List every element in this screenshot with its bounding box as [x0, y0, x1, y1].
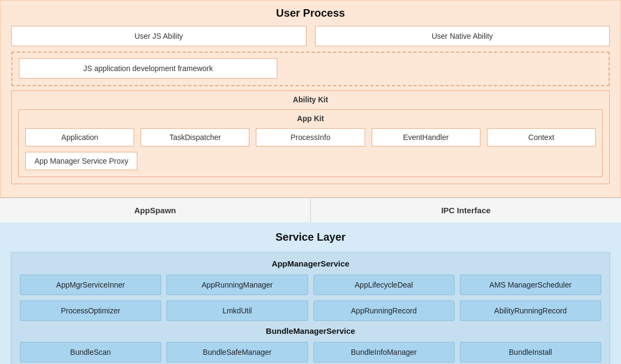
- service-layer-title: Service Layer: [11, 231, 610, 243]
- app-kit-taskdispatcher: TaskDispatcher: [141, 128, 249, 146]
- service-bundleSafeManager: BundleSafeManager: [166, 342, 308, 362]
- bundle-manager-row: BundleScan BundleSafeManager BundleInfoM…: [20, 342, 601, 362]
- service-bundleScan: BundleScan: [20, 342, 161, 362]
- service-appRunningRecord: AppRunningRecord: [313, 300, 455, 321]
- service-appLifecycleDeal: AppLifecycleDeal: [313, 275, 455, 295]
- js-framework-box: JS application development framework: [19, 58, 277, 79]
- user-js-ability: User JS Ability: [11, 26, 306, 46]
- appspawn-label: AppSpawn: [0, 198, 311, 222]
- service-container: AppManagerService AppMgrServiceInner App…: [11, 252, 610, 364]
- app-kit-application: Application: [25, 128, 134, 146]
- app-manager-row1: AppMgrServiceInner AppRunningManager App…: [20, 275, 601, 295]
- user-process-title: User Process: [11, 7, 610, 19]
- app-kit-title: App Kit: [25, 114, 596, 123]
- app-kit-processinfo: ProcessInfo: [256, 128, 365, 146]
- app-kit-items-row: Application TaskDispatcher ProcessInfo E…: [25, 128, 596, 146]
- app-manager-row2: ProcessOptimizer LmkdUtil AppRunningReco…: [20, 300, 601, 321]
- user-ability-row: User JS Ability User Native Ability: [11, 26, 610, 46]
- ability-kit-title: Ability Kit: [18, 95, 603, 104]
- bundle-manager-service-title: BundleManagerService: [20, 326, 601, 335]
- ability-kit-box: Ability Kit App Kit Application TaskDisp…: [11, 90, 610, 184]
- service-processOptimizer: ProcessOptimizer: [20, 300, 161, 321]
- middle-row: AppSpawn IPC Interface: [0, 198, 621, 222]
- app-kit-context: Context: [487, 128, 596, 146]
- service-abilityRunningRecord: AbilityRunningRecord: [460, 300, 601, 321]
- ipc-interface-label: IPC Interface: [311, 198, 621, 222]
- dashed-framework-section: JS application development framework: [11, 52, 610, 86]
- user-process-section: User Process User JS Ability User Native…: [0, 0, 621, 198]
- user-native-ability: User Native Ability: [315, 26, 610, 46]
- service-bundleInfoManager: BundleInfoManager: [313, 342, 455, 362]
- app-kit-box: App Kit Application TaskDispatcher Proce…: [18, 109, 603, 177]
- app-kit-eventhandler: EventHandler: [372, 128, 480, 146]
- app-manager-service-title: AppManagerService: [20, 259, 601, 268]
- service-layer-section: Service Layer AppManagerService AppMgrSe…: [0, 222, 621, 364]
- service-appMgrServiceInner: AppMgrServiceInner: [20, 275, 161, 295]
- service-bundleInstall: BundleInstall: [460, 342, 601, 362]
- service-amsManagerScheduler: AMS ManagerScheduler: [460, 275, 601, 295]
- app-manager-service-proxy: App Manager Service Proxy: [25, 152, 137, 170]
- service-lmkdUtil: LmkdUtil: [166, 300, 308, 321]
- app-manager-proxy-box: App Manager Service Proxy: [25, 152, 596, 170]
- service-appRunningManager: AppRunningManager: [166, 275, 308, 295]
